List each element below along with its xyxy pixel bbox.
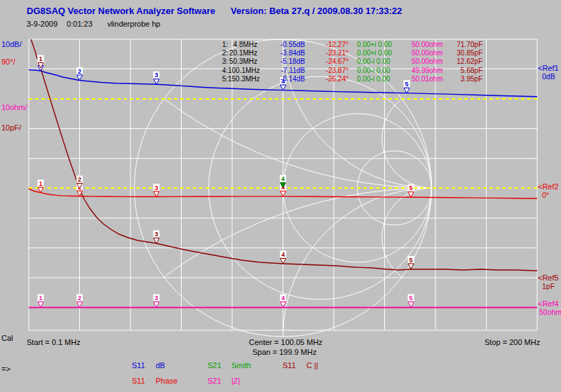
ref1-label[interactable]: <Ref1 0dB xyxy=(538,64,559,81)
marker-5-label-s11-phase[interactable]: 5 xyxy=(409,184,412,191)
marker-row-4: 4:100.1MHz-7.11dB-23.87°0.00-i 0.0049.99… xyxy=(219,67,482,74)
status-line: 3-9-2009 0:01:23 vlinderprobe hp xyxy=(27,20,161,28)
marker-5-triangle-s21-z[interactable] xyxy=(408,302,414,308)
marker-3-label-s21-z[interactable]: 3 xyxy=(154,295,158,302)
marker-4-label-s21-z[interactable]: 4 xyxy=(281,295,285,302)
legend-s11db-label[interactable]: dB xyxy=(156,361,165,370)
marker-5-triangle-s11-db[interactable] xyxy=(404,88,410,93)
marker-3-triangle-s21-z[interactable] xyxy=(154,302,159,308)
vnwa-window: 123451234512345123454 DG8SAQ Vector Netw… xyxy=(0,0,561,392)
app-title-bar: DG8SAQ Vector Network Analyzer SoftwareV… xyxy=(27,6,402,16)
app-title: DG8SAQ Vector Network Analyzer Software xyxy=(27,6,215,16)
legend-s11phase-label[interactable]: Phase xyxy=(156,377,177,385)
legend-s11c-label[interactable]: C || xyxy=(306,361,318,370)
app-version: Version: Beta 27.q / 2009.08.30 17:33:22 xyxy=(231,6,402,16)
marker-2-label-s21-z[interactable]: 2 xyxy=(78,295,81,302)
scale-label-db[interactable]: 10dB/ xyxy=(1,40,22,48)
marker-3-label-s11-phase[interactable]: 3 xyxy=(154,184,158,191)
marker-row-5: 5:150.3MHz-8.14dB-26.24°0.00-i 0.0050.01… xyxy=(219,75,482,83)
ref5-label[interactable]: <Ref5 1pF xyxy=(538,273,559,290)
stop-freq-label: Stop = 200 MHz xyxy=(485,338,540,346)
marker-4-label-s21-smith[interactable]: 4 xyxy=(281,175,285,182)
marker-row-3: 3:50.3MHz-5.18dB-24.67°0.00-i 0.0050.00o… xyxy=(219,58,482,65)
marker-1-label-s11-phase[interactable]: 1 xyxy=(39,180,42,187)
marker-5-triangle-s11-phase[interactable] xyxy=(408,192,414,198)
legend-s21smith-s[interactable]: S21 xyxy=(208,361,222,370)
scale-label-ohm[interactable]: 10ohm/ xyxy=(1,103,27,111)
marker-2-label-s11-db[interactable]: 2 xyxy=(78,68,81,75)
span-freq-label: Span = 199.9 MHz xyxy=(252,348,316,356)
marker-2-triangle-s21-z[interactable] xyxy=(77,302,83,308)
arrow-indicator: => xyxy=(1,365,11,373)
scale-label-pf[interactable]: 10pF/ xyxy=(1,123,21,132)
marker-row-1: 1:4.8MHz-0.55dB-12.27°0.00+i 0.0050.00oh… xyxy=(219,41,482,48)
marker-5-label-s11-c[interactable]: 5 xyxy=(409,257,412,264)
marker-3-label-s11-db[interactable]: 3 xyxy=(154,72,158,79)
legend-s11db-s[interactable]: S11 xyxy=(132,361,145,370)
marker-4-triangle-s11-db[interactable] xyxy=(280,85,286,90)
marker-3-triangle-s11-phase[interactable] xyxy=(154,191,159,197)
legend-s21z-label[interactable]: |Z| xyxy=(231,377,240,385)
legend-s11c-s[interactable]: S11 xyxy=(283,361,296,370)
probe-name: vlinderprobe hp xyxy=(107,20,161,28)
marker-4-label-s11-c[interactable]: 4 xyxy=(281,251,285,258)
ref2-label[interactable]: <Ref2 0° xyxy=(538,182,559,199)
legend-s11phase-s[interactable]: S11 xyxy=(132,377,145,385)
cal-label[interactable]: Cal xyxy=(1,334,13,342)
status-time: 0:01:23 xyxy=(67,20,93,28)
start-freq-label: Start = 0.1 MHz xyxy=(27,338,81,346)
ref4-label[interactable]: <Ref4 50ohm xyxy=(538,299,561,316)
marker-4-triangle-s21-z[interactable] xyxy=(280,302,286,308)
marker-2-label-s11-c[interactable]: 2 xyxy=(78,176,81,183)
marker-3-triangle-s11-db[interactable] xyxy=(154,79,159,85)
legend-s21z-s[interactable]: S21 xyxy=(208,377,222,385)
marker-4-triangle-s11-c[interactable] xyxy=(280,259,286,264)
marker-4-triangle-s11-phase[interactable] xyxy=(280,191,286,197)
marker-5-label-s21-z[interactable]: 5 xyxy=(409,295,412,302)
marker-1-label-s11-c[interactable]: 1 xyxy=(39,55,42,62)
marker-1-label-s21-z[interactable]: 1 xyxy=(39,295,42,302)
marker-3-label-s11-c[interactable]: 3 xyxy=(154,231,158,238)
center-freq-label: Center = 100.05 MHz xyxy=(249,338,323,346)
marker-row-2: 2:20.1MHz-3.84dB-23.21°0.00+i 0.0050.00o… xyxy=(219,49,482,57)
marker-1-triangle-s21-z[interactable] xyxy=(38,302,43,308)
scale-label-phase[interactable]: 90°/ xyxy=(1,58,15,66)
status-date: 3-9-2009 xyxy=(27,20,58,28)
legend-s21smith-label[interactable]: Smith xyxy=(231,361,251,370)
